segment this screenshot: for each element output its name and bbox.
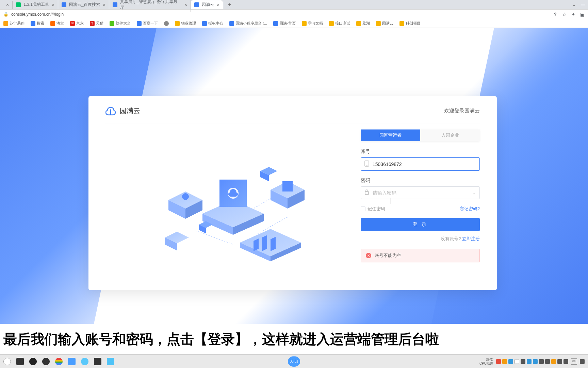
bookmark-item[interactable]: 搜索 xyxy=(31,21,44,26)
browser-tab[interactable]: 共享展厅_智慧展厅_数字共享展厅 × xyxy=(109,0,191,12)
address-bar: 🔒 console.ymos.com.cn/#/login ⇪ ☆ ✦ ▣ xyxy=(0,10,588,19)
remember-checkbox[interactable]: 记住密码 xyxy=(361,206,385,212)
tray-icon[interactable] xyxy=(496,359,501,364)
bookmark-item[interactable]: 科创项目 xyxy=(399,21,421,26)
panel-icon[interactable]: ▣ xyxy=(580,12,585,17)
bookmark-item[interactable]: 物业管理 xyxy=(175,21,196,26)
favicon-icon xyxy=(113,2,117,7)
tray-icon[interactable] xyxy=(508,359,513,364)
bookmark-item[interactable]: 蓝湖 xyxy=(356,21,370,26)
lock-icon xyxy=(364,189,369,196)
tab-operator[interactable]: 园区营运者 xyxy=(361,129,420,141)
bookmark-item[interactable]: 园满-首页 xyxy=(273,21,296,26)
app-icon[interactable] xyxy=(94,358,101,365)
error-message: ✕ 账号不能为空 xyxy=(361,249,480,262)
error-text: 账号不能为空 xyxy=(375,252,401,259)
star-icon[interactable]: ☆ xyxy=(562,12,567,17)
taskbar-clock[interactable]: 00:51 xyxy=(288,356,300,367)
tray-icon[interactable] xyxy=(545,359,550,364)
globe-icon xyxy=(164,21,169,26)
signup-link[interactable]: 立即注册 xyxy=(462,236,480,241)
account-input[interactable] xyxy=(373,162,476,167)
subtitle-text: 最后我们输入账号和密码，点击【登录】，这样就进入运营端管理后台啦 xyxy=(3,330,439,349)
svg-marker-13 xyxy=(282,181,293,191)
bookmark-item[interactable]: T天猫 xyxy=(90,21,103,26)
tray-icon[interactable] xyxy=(533,359,538,364)
signup-row: 没有账号? 立即注册 xyxy=(361,236,480,242)
chevron-down-icon[interactable]: ⌄ xyxy=(572,2,576,7)
search-icon[interactable] xyxy=(42,358,50,365)
extensions-icon[interactable]: ✦ xyxy=(571,12,575,17)
volume-icon[interactable] xyxy=(557,359,562,364)
brand: 园满云 xyxy=(105,106,140,116)
page-background: 园满云 欢迎登录园满云 xyxy=(0,28,588,324)
share-icon[interactable]: ⇪ xyxy=(553,12,557,17)
tray-icon[interactable] xyxy=(502,359,507,364)
tray-icon[interactable] xyxy=(514,359,519,364)
bookmark-icon xyxy=(229,21,234,26)
bookmark-item[interactable]: 淘宝 xyxy=(50,21,64,26)
browser-tab-active[interactable]: 园满云 × xyxy=(191,0,223,9)
start-icon[interactable] xyxy=(3,358,11,365)
browser-tab-strip: × 1.3.1我的工单 × 园满云_百度搜索 × 共享展厅_智慧展厅_数字共享展… xyxy=(0,0,588,10)
taskbar: 00:51 39°C CPU温度 中 xyxy=(0,354,588,368)
minimize-icon[interactable]: — xyxy=(581,2,585,7)
forgot-password-link[interactable]: 忘记密码? xyxy=(460,206,480,212)
new-tab-button[interactable]: + xyxy=(226,1,233,8)
close-icon[interactable]: × xyxy=(184,2,187,7)
favicon-icon xyxy=(62,2,66,7)
account-label: 账号 xyxy=(361,149,480,155)
close-icon[interactable]: × xyxy=(52,2,54,7)
error-icon: ✕ xyxy=(366,253,371,258)
close-icon[interactable]: × xyxy=(217,2,219,7)
chevron-down-icon[interactable]: ⌄ xyxy=(472,190,476,196)
browser-tab[interactable]: 1.3.1我的工单 × xyxy=(13,0,58,9)
bookmark-item[interactable]: 百度一下 xyxy=(137,21,158,26)
tray-icon[interactable] xyxy=(580,359,585,364)
login-button[interactable]: 登 录 xyxy=(361,218,480,231)
folder-icon xyxy=(356,21,361,26)
account-input-wrap[interactable] xyxy=(361,157,480,171)
bookmark-item[interactable]: 园满小程序后台 (... xyxy=(229,21,267,26)
bookmark-item[interactable]: 园满云 xyxy=(376,21,393,26)
system-tray[interactable] xyxy=(496,359,568,364)
bookmark-item[interactable] xyxy=(164,21,169,26)
chrome-icon[interactable] xyxy=(55,358,63,365)
browser-tab[interactable]: 园满云_百度搜索 × xyxy=(58,0,109,9)
tray-icon[interactable] xyxy=(539,359,544,364)
password-input[interactable] xyxy=(373,190,469,196)
ime-indicator[interactable]: 中 xyxy=(571,358,577,365)
browser-tab[interactable]: × xyxy=(3,1,13,9)
bookmark-item[interactable]: 苏宁易购 xyxy=(3,21,24,26)
lock-icon[interactable]: 🔒 xyxy=(3,12,9,17)
app-icon[interactable] xyxy=(107,358,114,365)
svg-marker-18 xyxy=(262,235,267,251)
subtitle-overlay: 最后我们输入账号和密码，点击【登录】，这样就进入运营端管理后台啦 xyxy=(0,324,588,354)
url-text[interactable]: console.ymos.com.cn/#/login xyxy=(11,12,551,17)
bookmark-item[interactable]: 授权中心 xyxy=(202,21,223,26)
network-icon[interactable] xyxy=(564,359,568,364)
app-icon[interactable] xyxy=(29,358,37,365)
app-icon[interactable] xyxy=(81,358,88,365)
bookmark-item[interactable]: 软件大全 xyxy=(110,21,131,26)
tray-icon[interactable] xyxy=(527,359,532,364)
svg-point-9 xyxy=(182,193,189,200)
bookmark-item[interactable]: JD京东 xyxy=(70,21,84,26)
favicon-icon xyxy=(194,2,199,7)
tray-icon[interactable] xyxy=(521,359,525,364)
tab-enterprise[interactable]: 入园企业 xyxy=(420,129,480,141)
no-account-text: 没有账号? xyxy=(441,236,461,241)
welcome-text: 欢迎登录园满云 xyxy=(444,108,480,114)
bookmark-item[interactable]: 接口测试 xyxy=(329,21,350,26)
close-icon[interactable]: × xyxy=(6,2,9,7)
password-label: 密码 xyxy=(361,178,480,184)
app-icon[interactable] xyxy=(68,358,76,365)
bookmark-icon xyxy=(31,21,35,26)
password-input-wrap[interactable]: ⌄ xyxy=(361,186,480,199)
temperature: 39°C xyxy=(479,358,493,362)
tray-icon[interactable] xyxy=(551,359,556,364)
close-icon[interactable]: × xyxy=(103,2,105,7)
bookmark-icon: T xyxy=(90,21,95,26)
bookmark-item[interactable]: 学习文档 xyxy=(302,21,323,26)
taskview-icon[interactable] xyxy=(16,358,24,365)
